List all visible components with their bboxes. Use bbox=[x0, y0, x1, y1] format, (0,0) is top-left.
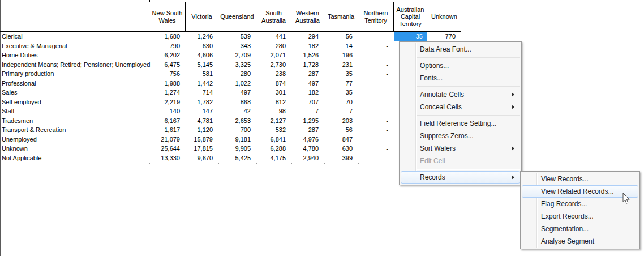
data-cell[interactable]: 42 bbox=[218, 108, 256, 114]
data-cell[interactable]: 14 bbox=[324, 42, 358, 49]
data-cell[interactable]: 1,988 bbox=[149, 80, 186, 87]
row-label[interactable]: Independent Means; Retired; Pensioner; U… bbox=[0, 60, 149, 70]
row-label[interactable]: Executive & Managerial bbox=[0, 41, 149, 51]
data-cell[interactable]: - bbox=[358, 52, 394, 58]
data-cell[interactable]: 35 bbox=[324, 70, 358, 77]
data-cell[interactable]: 1,274 bbox=[149, 89, 186, 96]
row-label[interactable]: Professional bbox=[0, 79, 149, 88]
data-cell[interactable]: 539 bbox=[218, 33, 256, 40]
data-cell[interactable]: 2,730 bbox=[256, 61, 291, 68]
data-cell[interactable]: - bbox=[358, 136, 394, 143]
data-cell[interactable]: 196 bbox=[324, 52, 358, 58]
menu-item-field-reference-setting[interactable]: Field Reference Setting... bbox=[401, 117, 520, 130]
menu-item-flag-records[interactable]: Flag Records... bbox=[522, 198, 638, 210]
data-cell[interactable]: 1,246 bbox=[186, 33, 218, 40]
data-cell[interactable]: 343 bbox=[218, 42, 256, 49]
data-cell[interactable]: - bbox=[358, 70, 394, 77]
data-cell[interactable]: 301 bbox=[256, 89, 291, 96]
data-cell[interactable]: 4,606 bbox=[186, 52, 218, 58]
data-cell[interactable]: 6,288 bbox=[256, 145, 291, 152]
data-cell[interactable]: 714 bbox=[186, 89, 218, 96]
data-cell[interactable]: 9,181 bbox=[218, 136, 256, 143]
data-cell[interactable]: 2,709 bbox=[218, 52, 256, 58]
data-cell[interactable]: 6,475 bbox=[149, 61, 186, 68]
selected-cell[interactable]: 35 bbox=[394, 32, 427, 41]
data-cell[interactable]: 140 bbox=[149, 108, 186, 114]
data-cell[interactable]: 399 bbox=[324, 155, 358, 161]
data-cell[interactable]: 280 bbox=[256, 42, 291, 49]
data-cell[interactable]: 630 bbox=[324, 145, 358, 152]
row-label[interactable]: Not Applicable bbox=[0, 153, 149, 163]
data-cell[interactable]: 6,202 bbox=[149, 52, 186, 58]
row-label[interactable]: Clerical bbox=[0, 32, 149, 41]
data-cell[interactable]: 756 bbox=[149, 70, 186, 77]
data-cell[interactable]: 77 bbox=[324, 80, 358, 87]
row-label[interactable]: Transport & Recreation bbox=[0, 125, 149, 135]
data-cell[interactable]: 98 bbox=[256, 108, 291, 114]
menu-item-annotate-cells[interactable]: Annotate Cells bbox=[401, 88, 520, 101]
data-cell[interactable]: - bbox=[358, 155, 394, 161]
data-cell[interactable]: - bbox=[358, 117, 394, 124]
data-cell[interactable]: - bbox=[358, 126, 394, 133]
data-cell[interactable]: 17,815 bbox=[186, 145, 218, 152]
data-cell[interactable]: 4,976 bbox=[291, 136, 324, 143]
data-cell[interactable]: - bbox=[358, 80, 394, 87]
data-cell[interactable]: 1,680 bbox=[149, 33, 186, 40]
data-cell[interactable]: 9,905 bbox=[218, 145, 256, 152]
data-cell[interactable]: - bbox=[358, 99, 394, 105]
column-header-south-australia[interactable]: South Australia bbox=[256, 2, 291, 31]
data-cell[interactable]: 7 bbox=[291, 108, 324, 114]
data-cell[interactable]: 231 bbox=[324, 61, 358, 68]
data-cell[interactable]: 1,442 bbox=[186, 80, 218, 87]
menu-item-segmentation[interactable]: Segmentation... bbox=[522, 223, 638, 235]
data-cell[interactable]: - bbox=[358, 42, 394, 49]
data-cell[interactable]: 497 bbox=[218, 89, 256, 96]
data-cell[interactable]: 790 bbox=[149, 42, 186, 49]
data-cell[interactable]: 1,295 bbox=[291, 117, 324, 124]
data-cell[interactable]: 287 bbox=[291, 126, 324, 133]
menu-item-data-area-font[interactable]: Data Area Font... bbox=[401, 43, 520, 56]
data-cell[interactable]: 2,940 bbox=[291, 155, 324, 161]
column-header-new-south-wales[interactable]: New South Wales bbox=[149, 2, 186, 31]
column-header-western-australia[interactable]: Western Australia bbox=[291, 2, 324, 31]
column-header-queensland[interactable]: Queensland bbox=[218, 2, 256, 31]
data-cell[interactable]: 1,120 bbox=[186, 126, 218, 133]
column-header-victoria[interactable]: Victoria bbox=[186, 2, 218, 31]
data-cell[interactable]: 5,145 bbox=[186, 61, 218, 68]
data-cell[interactable]: 868 bbox=[218, 99, 256, 105]
row-label[interactable]: Tradesmen bbox=[0, 116, 149, 126]
data-cell[interactable]: 1,728 bbox=[291, 61, 324, 68]
data-cell[interactable]: 3,325 bbox=[218, 61, 256, 68]
data-cell[interactable]: 700 bbox=[218, 126, 256, 133]
data-cell[interactable]: 4,175 bbox=[256, 155, 291, 161]
data-cell[interactable]: 56 bbox=[324, 33, 358, 40]
data-cell[interactable]: 21,079 bbox=[149, 136, 186, 143]
data-cell[interactable]: 5,425 bbox=[218, 155, 256, 161]
row-label[interactable]: Primary production bbox=[0, 69, 149, 79]
data-cell[interactable]: 182 bbox=[291, 42, 324, 49]
row-label[interactable]: Sales bbox=[0, 88, 149, 97]
menu-item-view-records[interactable]: View Records... bbox=[522, 173, 638, 185]
menu-item-analyse-segment[interactable]: Analyse Segment bbox=[522, 235, 638, 248]
data-cell[interactable]: 1,617 bbox=[149, 126, 186, 133]
data-cell[interactable]: - bbox=[358, 61, 394, 68]
menu-item-suppress-zeros[interactable]: Suppress Zeros... bbox=[401, 130, 520, 142]
data-cell[interactable]: 182 bbox=[291, 89, 324, 96]
data-cell[interactable]: 770 bbox=[427, 33, 461, 40]
data-cell[interactable]: 2,071 bbox=[256, 52, 291, 58]
data-cell[interactable]: 287 bbox=[291, 70, 324, 77]
menu-item-fonts[interactable]: Fonts... bbox=[401, 72, 520, 84]
data-cell[interactable]: 441 bbox=[256, 33, 291, 40]
data-cell[interactable]: 6,841 bbox=[256, 136, 291, 143]
row-label[interactable]: Unemployed bbox=[0, 135, 149, 144]
data-cell[interactable]: 56 bbox=[324, 126, 358, 133]
data-cell[interactable]: 2,127 bbox=[256, 117, 291, 124]
row-label[interactable]: Staff bbox=[0, 106, 149, 116]
data-cell[interactable]: 847 bbox=[324, 136, 358, 143]
column-header-unknown[interactable]: Unknown bbox=[427, 2, 461, 31]
data-cell[interactable]: 1,022 bbox=[218, 80, 256, 87]
menu-item-records[interactable]: Records bbox=[401, 171, 520, 184]
row-label[interactable]: Self employed bbox=[0, 97, 149, 107]
data-cell[interactable]: 4,780 bbox=[291, 145, 324, 152]
data-cell[interactable]: 707 bbox=[291, 99, 324, 105]
